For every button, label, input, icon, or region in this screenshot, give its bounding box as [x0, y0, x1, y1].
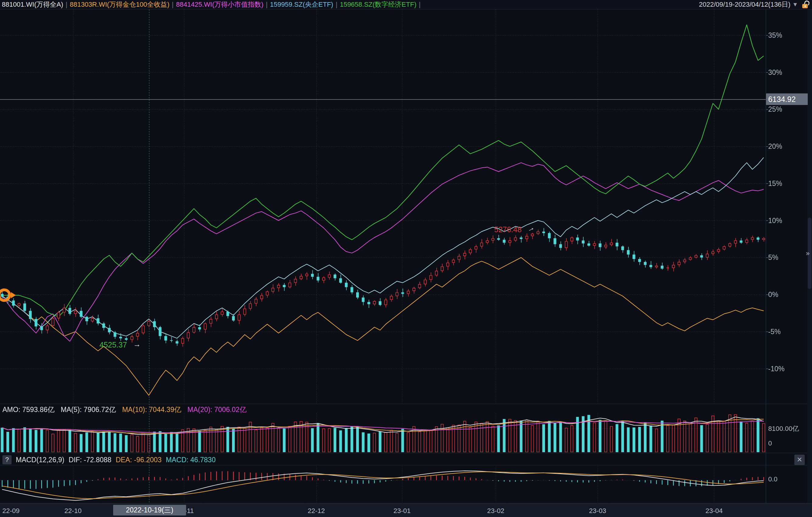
x-axis-label: 22-10 — [64, 507, 82, 515]
instrument-label[interactable]: 8841425.WI(万得小市值指数) — [176, 0, 263, 9]
y-axis-label: 35% — [768, 31, 782, 39]
y-axis-label: 25% — [768, 105, 782, 113]
x-axis-label: 23-01 — [394, 507, 411, 515]
amo-ma5: MA(5): 7906.72亿 — [61, 406, 116, 413]
volume-axis-top-label: 8100.00亿 — [768, 424, 799, 433]
macd-indicator-row: ? MACD(12,26,9) DIF: -72.8088 DEA: -96.2… — [2, 455, 220, 464]
x-axis-label: 23-03 — [589, 507, 606, 515]
amo-value: AMO: 7593.86亿 — [2, 406, 54, 413]
x-axis-label: 23-04 — [705, 507, 723, 515]
instrument-label[interactable]: 159959.SZ(央企ETF) — [270, 0, 333, 9]
close-icon[interactable]: ✕ — [794, 455, 805, 465]
low-arrow-icon: → — [133, 340, 141, 349]
y-axis-label: 30% — [768, 69, 782, 77]
y-axis-label: 10% — [768, 217, 782, 225]
chevron-down-icon[interactable]: ▼ — [792, 1, 798, 8]
separator: | — [66, 1, 67, 8]
date-range[interactable]: 2022/09/19-2023/04/12(136日) — [699, 0, 790, 9]
collapse-panel-icon[interactable]: » — [806, 249, 810, 257]
instrument-label[interactable]: 159658.SZ(数字经济ETF) — [340, 0, 416, 9]
header-right: 2022/09/19-2023/04/12(136日) ▼ — [699, 0, 812, 9]
chart-app: 881001.WI(万得全A)|881303R.WI(万得金仓100全收益)|8… — [0, 0, 812, 517]
macd-axis-zero-label: 0.0 — [768, 475, 778, 483]
crosshair-date-label: 2022-10-19(三) — [113, 505, 186, 515]
lock-icon[interactable] — [802, 1, 809, 8]
amo-ma20: MA(20): 7006.02亿 — [187, 406, 246, 413]
instrument-list: 881001.WI(万得全A)|881303R.WI(万得金仓100全收益)|8… — [0, 0, 423, 9]
help-icon[interactable]: ? — [2, 455, 11, 464]
separator: | — [419, 1, 420, 8]
price-tag: 6134.92 — [766, 93, 808, 105]
separator: | — [336, 1, 338, 8]
y-axis-label: -10% — [768, 365, 785, 373]
high-price-annotation: 5276.48 — [494, 225, 522, 234]
separator: | — [266, 1, 268, 8]
separator: | — [172, 1, 174, 8]
x-axis-label: 22-12 — [308, 507, 325, 515]
macd-dea: DEA: -96.2003 — [116, 456, 162, 464]
chart-canvas[interactable] — [0, 0, 812, 517]
marker-ring — [0, 289, 11, 302]
y-axis-label: 15% — [768, 180, 782, 188]
x-axis-label: 23-02 — [487, 507, 504, 515]
y-axis-label: 0% — [768, 291, 778, 299]
macd-dif: DIF: -72.8088 — [69, 456, 112, 464]
amo-ma10: MA(10): 7044.39亿 — [122, 406, 181, 413]
y-axis-label: 20% — [768, 142, 782, 151]
x-axis-label: 22-09 — [2, 507, 20, 515]
y-axis-label: -5% — [768, 328, 781, 336]
volume-axis-zero-label: 0 — [768, 439, 772, 447]
volume-indicator-row: AMO: 7593.86亿 MA(5): 7906.72亿 MA(10): 70… — [2, 405, 251, 414]
lock-keyhole — [805, 5, 806, 7]
series-start-marker[interactable] — [0, 289, 11, 302]
low-price-annotation: 4525.37 — [99, 341, 127, 349]
macd-title: MACD(12,26,9) — [16, 456, 64, 464]
instrument-label[interactable]: 881303R.WI(万得金仓100全收益) — [70, 0, 169, 9]
marker-arrow — [11, 292, 16, 298]
header: 881001.WI(万得全A)|881303R.WI(万得金仓100全收益)|8… — [0, 0, 812, 9]
macd-value: MACD: 46.7830 — [166, 456, 215, 464]
y-axis-label: 5% — [768, 253, 778, 262]
instrument-label[interactable]: 881001.WI(万得全A) — [2, 0, 63, 9]
